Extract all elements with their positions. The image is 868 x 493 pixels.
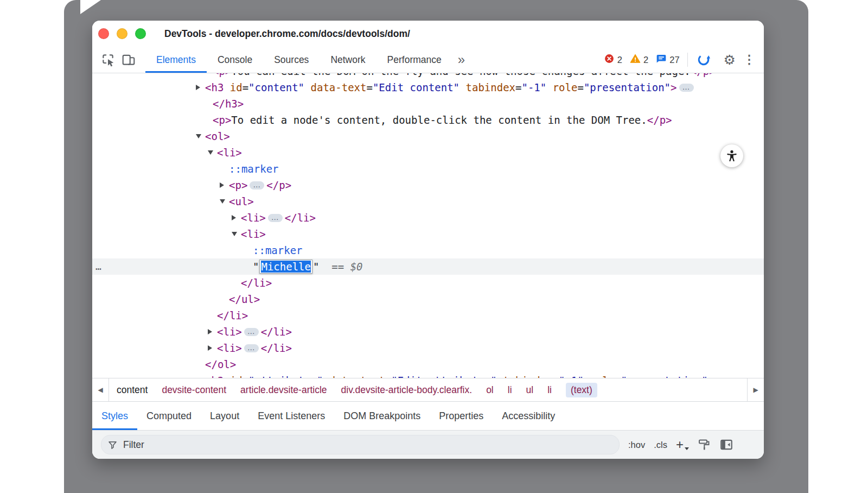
more-tabs-button[interactable]: » bbox=[452, 47, 470, 73]
accessibility-button[interactable] bbox=[720, 144, 743, 167]
expand-ellipsis-button[interactable]: … bbox=[679, 84, 694, 92]
disclosure-arrow-icon[interactable] bbox=[220, 199, 225, 204]
new-style-rule-button[interactable]: + bbox=[676, 438, 689, 451]
dom-tree-line[interactable]: </li> bbox=[92, 307, 764, 324]
inspect-icon[interactable] bbox=[100, 52, 116, 68]
device-toolbar-icon[interactable] bbox=[120, 52, 137, 68]
error-count: 2 bbox=[617, 55, 622, 65]
dom-tree-line[interactable]: <ol> bbox=[92, 128, 764, 144]
dom-tree-line[interactable]: <li>…</li> bbox=[92, 210, 764, 226]
dom-tree-line[interactable]: <p>…</p> bbox=[92, 177, 764, 193]
sidebar-tab-properties[interactable]: Properties bbox=[430, 402, 493, 430]
dom-tree-line[interactable]: <h3 id="content" data-text="Edit content… bbox=[92, 79, 764, 96]
toolbar-tab-network[interactable]: Network bbox=[320, 47, 376, 73]
dropdown-caret-icon bbox=[685, 447, 689, 450]
dom-tree-line[interactable]: ::marker bbox=[92, 242, 764, 258]
sidebar-tab-computed[interactable]: Computed bbox=[137, 402, 201, 430]
dom-tree-line[interactable]: ::marker bbox=[92, 161, 764, 177]
accessibility-person-icon bbox=[725, 149, 739, 163]
dom-tree-line[interactable]: </li> bbox=[92, 275, 764, 291]
page-background: DevTools - developer.chrome.com/docs/dev… bbox=[0, 0, 868, 493]
filter-field[interactable] bbox=[101, 435, 620, 454]
breadcrumb-scroll-right[interactable]: ▶ bbox=[747, 378, 764, 401]
selected-text: Michelle bbox=[261, 261, 311, 273]
toolbar-tab-console[interactable]: Console bbox=[207, 47, 263, 73]
funnel-icon bbox=[108, 440, 117, 450]
expand-ellipsis-button[interactable]: … bbox=[244, 344, 259, 352]
breadcrumb-item[interactable]: ol bbox=[486, 384, 494, 396]
settings-gear-icon[interactable]: ⚙ bbox=[724, 53, 736, 67]
paint-roller-icon[interactable] bbox=[698, 438, 711, 451]
filter-input[interactable] bbox=[122, 439, 612, 451]
dom-tree-line[interactable]: <li> bbox=[92, 144, 764, 161]
dom-tree-line[interactable]: <ul> bbox=[92, 193, 764, 210]
sidebar-tab-styles[interactable]: Styles bbox=[92, 402, 137, 430]
dom-tree-line[interactable]: <li>…</li> bbox=[92, 340, 764, 356]
inline-edit-box[interactable]: Michelle bbox=[259, 260, 312, 274]
devtools-window: DevTools - developer.chrome.com/docs/dev… bbox=[92, 21, 764, 459]
breadcrumb-scroll-left[interactable]: ◀ bbox=[92, 378, 109, 401]
dom-tree-line[interactable]: <li> bbox=[92, 226, 764, 242]
breadcrumb-item[interactable]: div.devsite-article-body.clearfix. bbox=[341, 384, 473, 396]
warning-count: 2 bbox=[643, 55, 648, 65]
expand-ellipsis-button[interactable]: … bbox=[250, 181, 264, 189]
element-classes-button[interactable]: .cls bbox=[654, 440, 667, 450]
dom-tree-line[interactable]: </ul> bbox=[92, 291, 764, 307]
sidebar-tab-layout[interactable]: Layout bbox=[201, 402, 248, 430]
sidebar-tab-event-listeners[interactable]: Event Listeners bbox=[248, 402, 334, 430]
toolbar-right-cluster: 2 2 bbox=[604, 52, 764, 68]
disclosure-arrow-icon[interactable] bbox=[196, 85, 200, 90]
breadcrumb-item[interactable]: devsite-content bbox=[162, 384, 226, 396]
close-button[interactable] bbox=[98, 28, 109, 39]
issue-count: 27 bbox=[669, 55, 679, 65]
disclosure-arrow-icon[interactable] bbox=[208, 345, 212, 351]
expand-ellipsis-button[interactable]: … bbox=[268, 214, 283, 222]
breadcrumb-item[interactable]: (text) bbox=[566, 383, 597, 397]
toggle-element-state-button[interactable]: :hov bbox=[628, 440, 645, 450]
zoom-button[interactable] bbox=[135, 28, 146, 39]
breadcrumb-bar: ◀ contentdevsite-contentarticle.devsite-… bbox=[92, 378, 764, 402]
dom-tree-line[interactable]: </h3> bbox=[92, 96, 764, 112]
error-icon bbox=[604, 53, 615, 66]
toolbar-tab-performance[interactable]: Performance bbox=[376, 47, 452, 73]
breadcrumb-item[interactable]: li bbox=[508, 384, 512, 396]
disclosure-arrow-icon[interactable] bbox=[196, 378, 200, 378]
toolbar-divider bbox=[687, 53, 688, 67]
warning-icon bbox=[630, 53, 641, 66]
toolbar-tab-sources[interactable]: Sources bbox=[263, 47, 320, 73]
sidebar-tab-accessibility[interactable]: Accessibility bbox=[493, 402, 564, 430]
breadcrumb-item[interactable]: article.devsite-article bbox=[240, 384, 327, 396]
dom-tree-lines: <p>You can edit the DOM on the fly and s… bbox=[92, 73, 764, 378]
disclosure-arrow-icon[interactable] bbox=[208, 150, 213, 155]
dom-tree-line[interactable]: <p>You can edit the DOM on the fly and s… bbox=[92, 73, 764, 79]
dom-tree-line[interactable]: <p>To edit a node's content, double-clic… bbox=[92, 112, 764, 128]
disclosure-arrow-icon[interactable] bbox=[220, 182, 224, 188]
dom-tree-line[interactable]: <li>…</li> bbox=[92, 324, 764, 340]
row-overflow-dots[interactable]: … bbox=[95, 258, 102, 275]
plus-icon: + bbox=[676, 438, 684, 451]
disclosure-arrow-icon[interactable] bbox=[196, 134, 201, 138]
minimize-button[interactable] bbox=[117, 28, 127, 39]
dom-tree-line[interactable]: <h3 id="attributes" data-text="Edit attr… bbox=[92, 372, 764, 378]
sidebar-tab-dom-breakpoints[interactable]: DOM Breakpoints bbox=[334, 402, 430, 430]
disclosure-arrow-icon[interactable] bbox=[232, 215, 236, 220]
styles-filter-bar: :hov .cls + bbox=[92, 430, 764, 459]
warning-status-badge[interactable]: 2 bbox=[630, 53, 648, 66]
dom-tree-line[interactable]: …"Michelle" == $0 bbox=[92, 258, 764, 275]
sidebar-tab-strip: StylesComputedLayoutEvent ListenersDOM B… bbox=[92, 402, 764, 430]
dom-tree-line[interactable]: </ol> bbox=[92, 356, 764, 372]
kebab-menu-icon[interactable]: ⋮ bbox=[743, 54, 755, 66]
error-status-badge[interactable]: 2 bbox=[604, 53, 622, 66]
sync-circle-icon[interactable] bbox=[695, 52, 712, 68]
expand-ellipsis-button[interactable]: … bbox=[244, 328, 259, 336]
title-bar: DevTools - developer.chrome.com/docs/dev… bbox=[92, 21, 764, 47]
disclosure-arrow-icon[interactable] bbox=[232, 232, 237, 236]
disclosure-arrow-icon[interactable] bbox=[208, 329, 212, 334]
breadcrumb-item[interactable]: li bbox=[547, 384, 552, 396]
devtools-toolbar: ElementsConsoleSourcesNetworkPerformance… bbox=[92, 47, 764, 73]
breadcrumb-item[interactable]: ul bbox=[526, 384, 534, 396]
issues-status-badge[interactable]: 27 bbox=[656, 53, 679, 66]
breadcrumb-item[interactable]: content bbox=[117, 384, 148, 396]
toolbar-tab-elements[interactable]: Elements bbox=[145, 47, 207, 73]
toggle-sidebar-icon[interactable] bbox=[719, 438, 733, 452]
